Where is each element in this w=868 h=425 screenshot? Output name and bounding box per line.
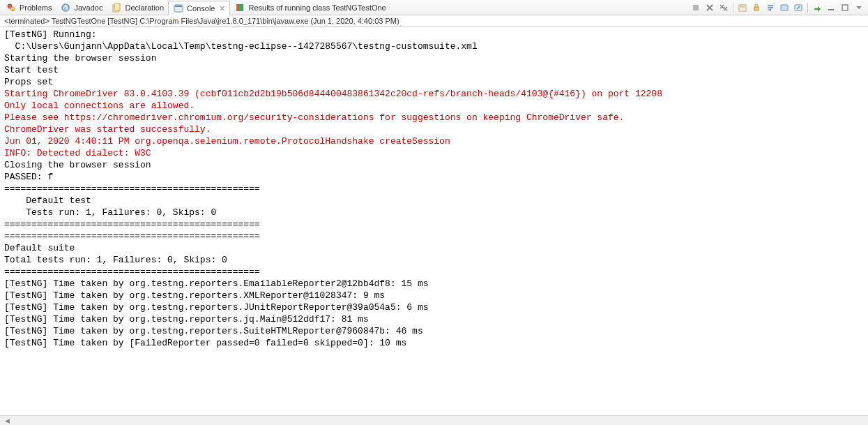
tabs-container: Problems @ Javadoc Declaration Console ✕	[1, 0, 690, 15]
console-line: Default suite	[4, 242, 864, 254]
scroll-lock-icon[interactable]	[750, 1, 763, 14]
console-toolbar	[690, 1, 868, 14]
open-console-icon[interactable]	[811, 1, 823, 14]
view-tab-bar: Problems @ Javadoc Declaration Console ✕	[0, 0, 868, 15]
console-line: [TestNG] Time taken by org.testng.report…	[4, 301, 864, 313]
console-line: [TestNG] Time taken by org.testng.report…	[4, 313, 864, 325]
tab-declaration[interactable]: Declaration	[107, 0, 168, 15]
console-line: Tests run: 1, Failures: 0, Skips: 0	[4, 207, 864, 218]
svg-rect-9	[240, 4, 243, 11]
remove-launch-icon[interactable]	[703, 1, 716, 14]
minimize-icon[interactable]	[825, 1, 837, 14]
console-line-stderr: INFO: Detected dialect: W3C	[4, 147, 864, 159]
console-icon	[173, 3, 184, 14]
console-line: ========================================…	[4, 230, 864, 242]
console-line-stderr: Starting ChromeDriver 83.0.4103.39 (ccbf…	[4, 88, 864, 100]
console-line: Closing the browser session	[4, 159, 864, 171]
console-line-stderr: Jun 01, 2020 4:40:11 PM org.openqa.selen…	[4, 135, 864, 147]
console-line-stderr: ChromeDriver was started successfully.	[4, 124, 864, 135]
console-line: Props set	[4, 76, 864, 88]
tab-problems[interactable]: Problems	[1, 0, 56, 15]
tab-label: Problems	[20, 3, 52, 12]
svg-rect-23	[781, 5, 788, 10]
svg-rect-8	[236, 4, 240, 11]
tab-results[interactable]: Results of running class TestNGTestOne	[230, 0, 390, 15]
separator	[807, 3, 808, 13]
svg-point-1	[10, 7, 15, 11]
terminate-icon[interactable]	[690, 1, 702, 14]
console-line-stderr: Please see https://chromedriver.chromium…	[4, 112, 864, 124]
console-line: [TestNG] Time taken by [FailedReporter p…	[4, 337, 864, 349]
close-icon[interactable]: ✕	[219, 4, 225, 13]
tab-javadoc[interactable]: @ Javadoc	[56, 0, 107, 15]
console-line: Total tests run: 1, Failures: 0, Skips: …	[4, 254, 864, 266]
scroll-left-icon[interactable]: ◀	[3, 417, 11, 425]
launch-status: <terminated> TestNGTestOne [TestNG] C:\P…	[0, 15, 868, 27]
console-line: [TestNG] Time taken by org.testng.report…	[4, 278, 864, 290]
tab-label: Results of running class TestNGTestOne	[248, 3, 386, 12]
tab-label: Javadoc	[74, 3, 102, 12]
pin-console-icon[interactable]	[778, 1, 791, 14]
console-line: Start test	[4, 64, 864, 76]
testng-icon	[234, 2, 245, 13]
console-line: PASSED: f	[4, 171, 864, 183]
word-wrap-icon[interactable]	[764, 1, 777, 14]
svg-rect-26	[842, 5, 848, 10]
view-menu-icon[interactable]	[853, 1, 865, 14]
tab-console[interactable]: Console ✕	[168, 1, 230, 15]
console-line: [TestNG] Time taken by org.testng.report…	[4, 325, 864, 337]
console-line: [TestNG] Time taken by org.testng.report…	[4, 290, 864, 301]
console-line: C:\Users\Gunjann\AppData\Local\Temp\test…	[4, 40, 864, 52]
problems-icon	[6, 2, 17, 13]
svg-rect-7	[175, 6, 182, 7]
tab-label: Console	[187, 4, 215, 13]
horizontal-scrollbar[interactable]: ◀	[0, 415, 868, 425]
svg-rect-5	[114, 3, 120, 10]
console-line: ========================================…	[4, 218, 864, 230]
console-line: Default test	[4, 195, 864, 207]
tab-label: Declaration	[125, 3, 164, 12]
console-line: Starting the browser session	[4, 52, 864, 64]
console-output[interactable]: [TestNG] Running: C:\Users\Gunjann\AppDa…	[0, 27, 868, 415]
svg-rect-10	[693, 5, 699, 10]
clear-console-icon[interactable]	[736, 1, 749, 14]
console-line: ========================================…	[4, 266, 864, 278]
separator	[733, 3, 733, 13]
javadoc-icon: @	[60, 2, 71, 13]
svg-text:@: @	[63, 4, 68, 11]
declaration-icon	[111, 2, 122, 13]
maximize-icon[interactable]	[839, 1, 851, 14]
console-line-stderr: Only local connections are allowed.	[4, 100, 864, 112]
display-console-icon[interactable]	[792, 1, 805, 14]
remove-all-icon[interactable]	[717, 1, 730, 14]
console-line: [TestNG] Running:	[4, 29, 864, 40]
console-line: ========================================…	[4, 183, 864, 195]
svg-rect-25	[828, 9, 834, 10]
svg-rect-20	[754, 7, 759, 10]
